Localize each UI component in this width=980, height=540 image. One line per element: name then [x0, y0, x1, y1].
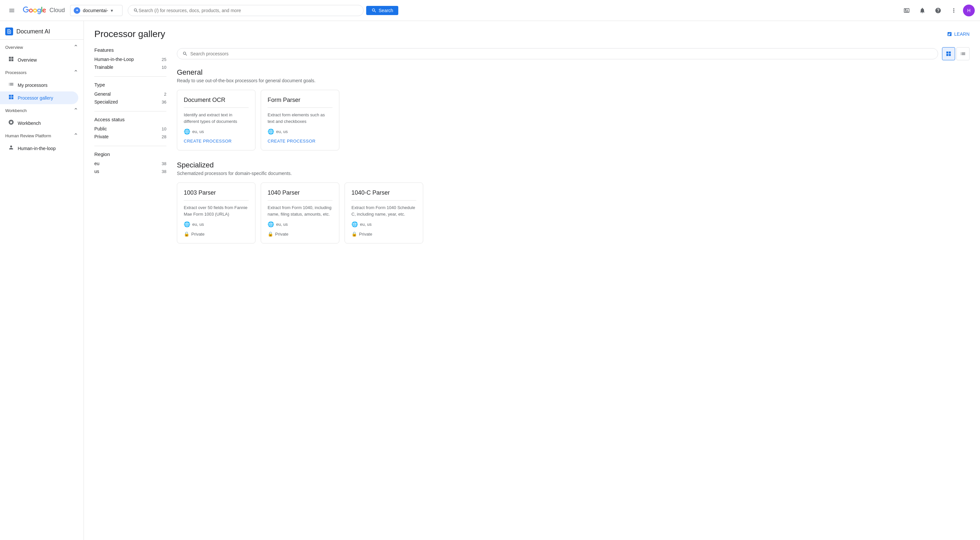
- document-ocr-create-button[interactable]: CREATE PROCESSOR: [184, 139, 248, 143]
- notifications-icon[interactable]: [916, 4, 929, 17]
- overview-section-header[interactable]: Overview ⌃: [0, 41, 84, 53]
- list-view-button[interactable]: [956, 47, 969, 60]
- filter-eu[interactable]: eu 38: [94, 159, 166, 167]
- filter-specialized[interactable]: Specialized 36: [94, 98, 166, 106]
- 1040c-parser-desc: Extract from Form 1040 Schedule C, inclu…: [352, 204, 416, 217]
- filter-public[interactable]: Public 10: [94, 125, 166, 133]
- sidebar: Document AI Overview ⌃ Overview Processo…: [0, 21, 84, 540]
- project-selector[interactable]: ✦ documentai- ▾: [70, 5, 123, 16]
- 1040c-parser-card[interactable]: 1040-C Parser Extract from Form 1040 Sch…: [345, 183, 423, 244]
- overview-section-label: Overview: [5, 45, 23, 50]
- user-avatar[interactable]: H: [963, 5, 975, 16]
- main-content: Processor gallery LEARN Features Human-i…: [84, 21, 980, 540]
- 1040c-parser-privacy: 🔒 Private: [352, 231, 416, 237]
- filter-trainable[interactable]: Trainable 10: [94, 63, 166, 71]
- card-divider: [184, 200, 248, 201]
- 1040-parser-desc: Extract from Form 1040, including name, …: [267, 204, 332, 217]
- form-parser-create-button[interactable]: CREATE PROCESSOR: [267, 139, 332, 143]
- general-cards-row: Document OCR Identify and extract text i…: [177, 90, 969, 150]
- sidebar-item-processor-gallery-label: Processor gallery: [18, 96, 53, 100]
- sidebar-item-processor-gallery[interactable]: Processor gallery: [0, 91, 78, 104]
- 1040-parser-regions: 🌐 eu, us: [267, 221, 332, 228]
- card-divider: [352, 200, 416, 201]
- document-ocr-regions-text: eu, us: [192, 129, 204, 134]
- filter-hitl-count: 25: [162, 57, 166, 62]
- document-ocr-card[interactable]: Document OCR Identify and extract text i…: [177, 90, 256, 150]
- workbench-icon: [8, 119, 14, 127]
- project-name: documentai-: [83, 8, 108, 13]
- specialized-title: Specialized: [177, 161, 969, 169]
- form-parser-card[interactable]: Form Parser Extract form elements such a…: [261, 90, 339, 150]
- document-ocr-regions: 🌐 eu, us: [184, 129, 248, 135]
- filter-specialized-label: Specialized: [94, 99, 118, 105]
- global-search-bar[interactable]: [128, 5, 364, 16]
- general-section: General Ready to use out-of-the-box proc…: [177, 68, 969, 150]
- more-options-icon[interactable]: [947, 4, 960, 17]
- topbar: Cloud ✦ documentai- ▾ Search H: [0, 0, 980, 21]
- grid-view-button[interactable]: [942, 47, 955, 60]
- sidebar-item-human-in-the-loop[interactable]: Human-in-the-loop: [0, 142, 78, 155]
- processor-search-bar[interactable]: [177, 48, 938, 59]
- filter-us[interactable]: us 38: [94, 167, 166, 175]
- sidebar-item-workbench-label: Workbench: [18, 121, 41, 126]
- project-icon: ✦: [74, 7, 80, 14]
- view-toggle: [942, 47, 969, 60]
- card-divider: [184, 107, 248, 108]
- search-bar-row: [177, 47, 969, 60]
- filter-divider-3: [94, 146, 166, 146]
- workbench-section-header[interactable]: Workbench ⌃: [0, 104, 84, 117]
- app-title: Document AI: [0, 24, 84, 40]
- 1003-parser-regions-text: eu, us: [192, 222, 204, 227]
- 1040c-parser-title: 1040-C Parser: [352, 190, 416, 196]
- type-filter-title: Type: [94, 82, 166, 88]
- region-filter: Region eu 38 us 38: [94, 151, 166, 175]
- filter-specialized-count: 36: [162, 100, 166, 105]
- 1003-parser-privacy-text: Private: [191, 232, 204, 237]
- processor-search-input[interactable]: [190, 51, 932, 56]
- 1003-parser-title: 1003 Parser: [184, 190, 248, 196]
- processors-section-label: Processors: [5, 70, 27, 75]
- processors-section-header[interactable]: Processors ⌃: [0, 66, 84, 79]
- global-search-input[interactable]: [138, 8, 358, 13]
- page-header: Processor gallery LEARN: [94, 29, 969, 39]
- filter-us-count: 38: [162, 169, 166, 174]
- form-parser-title: Form Parser: [267, 97, 332, 104]
- global-search-button[interactable]: Search: [366, 6, 398, 15]
- overview-icon: [8, 56, 14, 64]
- app-layout: Document AI Overview ⌃ Overview Processo…: [0, 21, 980, 540]
- search-btn-label: Search: [379, 8, 393, 13]
- human-in-the-loop-icon: [8, 145, 14, 152]
- cloud-label: Cloud: [49, 7, 65, 14]
- 1040c-parser-privacy-text: Private: [359, 232, 372, 237]
- cloud-shell-icon[interactable]: [900, 4, 913, 17]
- sidebar-item-workbench[interactable]: Workbench: [0, 117, 78, 129]
- globe-icon: 🌐: [184, 221, 190, 228]
- 1040-parser-title: 1040 Parser: [267, 190, 332, 196]
- document-ocr-desc: Identify and extract text in different t…: [184, 112, 248, 124]
- processors-area: General Ready to use out-of-the-box proc…: [177, 47, 969, 254]
- project-chevron-icon: ▾: [111, 8, 113, 13]
- globe-icon: 🌐: [184, 129, 190, 135]
- learn-label: LEARN: [954, 32, 969, 37]
- 1040c-parser-regions: 🌐 eu, us: [352, 221, 416, 228]
- specialized-desc: Schematized processors for domain-specif…: [177, 171, 969, 176]
- sidebar-item-my-processors-label: My processors: [18, 83, 48, 88]
- learn-button[interactable]: LEARN: [947, 32, 969, 37]
- sidebar-item-my-processors[interactable]: My processors: [0, 79, 78, 91]
- menu-icon[interactable]: [5, 4, 18, 17]
- sidebar-item-overview[interactable]: Overview: [0, 53, 78, 66]
- filter-human-in-the-loop[interactable]: Human-in-the-Loop 25: [94, 56, 166, 63]
- sidebar-item-hrp-label: Human-in-the-loop: [18, 146, 56, 151]
- hrp-section-header[interactable]: Human Review Platform ⌃: [0, 129, 84, 142]
- filter-general[interactable]: General 2: [94, 90, 166, 98]
- help-icon[interactable]: [932, 4, 945, 17]
- sidebar-item-overview-label: Overview: [18, 57, 37, 62]
- filter-private[interactable]: Private 28: [94, 133, 166, 140]
- 1003-parser-card[interactable]: 1003 Parser Extract over 50 fields from …: [177, 183, 256, 244]
- filter-hitl-label: Human-in-the-Loop: [94, 57, 134, 62]
- filters-panel: Features Human-in-the-Loop 25 Trainable …: [94, 47, 166, 254]
- specialized-section: Specialized Schematized processors for d…: [177, 161, 969, 244]
- 1040-parser-card[interactable]: 1040 Parser Extract from Form 1040, incl…: [261, 183, 339, 244]
- card-divider: [267, 200, 332, 201]
- filter-general-label: General: [94, 91, 111, 97]
